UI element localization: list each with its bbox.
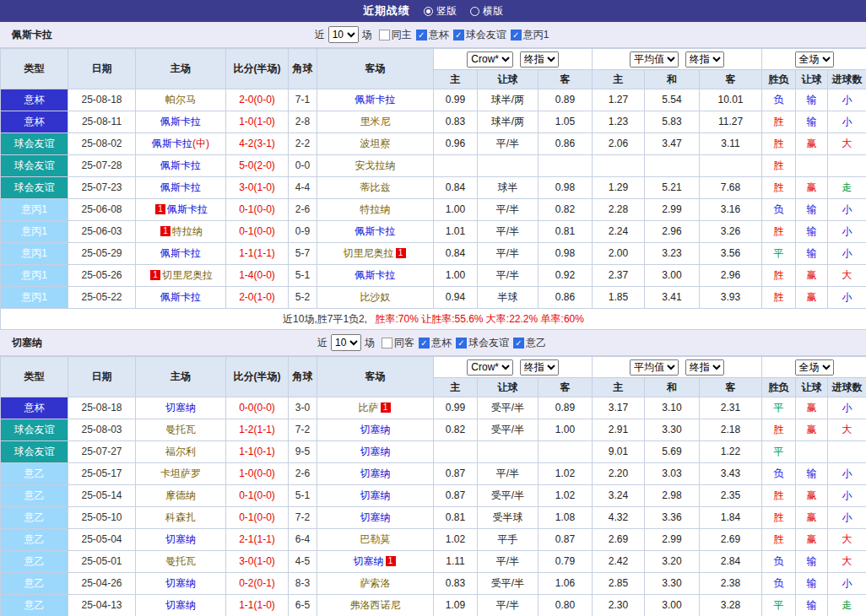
team-name[interactable]: 佩斯卡拉 [160, 159, 201, 171]
team-name[interactable]: 佩斯卡拉 [160, 247, 201, 259]
filter-同客[interactable]: 同客 [382, 336, 414, 350]
team-name[interactable]: 切塞纳 [165, 599, 196, 611]
filter-意乙[interactable]: 意乙 [513, 336, 546, 350]
checkbox-checked-icon[interactable] [453, 30, 464, 41]
checkbox-checked-icon[interactable] [513, 338, 524, 349]
average-odds-select[interactable]: 平均值 [630, 359, 679, 376]
away-team-cell: 特拉纳 [317, 199, 434, 221]
team-name[interactable]: 佩斯卡拉 [160, 291, 201, 303]
team-name[interactable]: 佩斯卡拉 [355, 225, 396, 237]
team-name[interactable]: 佩斯卡拉 [167, 203, 208, 215]
checkbox-unchecked-icon[interactable] [382, 338, 392, 349]
bookmaker-select[interactable]: Crow* [467, 359, 513, 376]
team-name[interactable]: 佩斯卡拉 [152, 138, 192, 149]
team-name[interactable]: 蒂比兹 [360, 181, 391, 193]
handicap-cell: 平/半 [478, 199, 539, 221]
team-name[interactable]: 切塞纳 [360, 446, 391, 457]
team-name[interactable]: 卡坦萨罗 [160, 467, 201, 479]
team-name[interactable]: 比萨 [359, 402, 379, 413]
avg-stage-select[interactable]: 终指 [685, 359, 724, 376]
scope-select[interactable]: 全场 [795, 51, 834, 68]
checkbox-unchecked-icon[interactable] [379, 30, 390, 41]
match-count-select[interactable]: 10 [331, 334, 361, 351]
bookmaker-select[interactable]: Crow* [467, 51, 513, 68]
scope-select[interactable]: 全场 [795, 359, 834, 376]
checkbox-checked-icon[interactable] [456, 338, 467, 349]
team-name[interactable]: 切塞纳 [165, 402, 196, 413]
odds-stage-select[interactable]: 终指 [520, 359, 559, 376]
team-name[interactable]: 切塞纳 [354, 555, 384, 567]
filter-意杯[interactable]: 意杯 [416, 28, 449, 42]
avg-home-cell: 1.29 [593, 177, 645, 199]
section-header: 切塞纳 近 10 场 同客意杯球会友谊意乙 [0, 330, 866, 356]
team-name[interactable]: 曼托瓦 [165, 424, 196, 435]
avg-away-cell: 1.22 [700, 441, 762, 463]
team-name[interactable]: 切塞纳 [360, 511, 391, 523]
match-date-cell: 25-08-18 [68, 397, 136, 419]
avg-draw-cell: 2.98 [645, 485, 700, 507]
col-handicap: 让球 [478, 70, 539, 89]
team-name[interactable]: 曼托瓦 [165, 555, 196, 567]
team-name[interactable]: 福尔利 [165, 446, 196, 457]
avg-away-cell: 2.96 [700, 265, 762, 287]
team-name[interactable]: 佩斯卡拉 [355, 269, 396, 281]
team-name[interactable]: 切塞纳 [165, 577, 196, 589]
avg-stage-select[interactable]: 终指 [685, 51, 724, 68]
team-name[interactable]: 佩斯卡拉 [160, 181, 201, 193]
result-goals-cell: 大 [828, 551, 866, 573]
team-name[interactable]: 帕尔马 [165, 94, 196, 105]
team-name[interactable]: 佩斯卡拉 [160, 116, 201, 127]
match-date-cell: 25-07-23 [68, 177, 136, 199]
match-score-cell: 1-1(0-1) [226, 441, 289, 463]
filter-球会友谊[interactable]: 球会友谊 [453, 28, 506, 42]
match-type-cell: 意乙 [1, 551, 68, 573]
team-name[interactable]: 特拉纳 [360, 203, 391, 215]
team-name[interactable]: 特拉纳 [172, 225, 203, 237]
avg-home-cell: 2.37 [593, 265, 645, 287]
team-name[interactable]: 切塞纳 [360, 489, 391, 501]
checkbox-checked-icon[interactable] [419, 338, 430, 349]
radio-vertical-layout[interactable]: 竖版 [424, 4, 457, 19]
result-goals-cell: 小 [828, 221, 866, 243]
match-type-cell: 球会友谊 [1, 133, 68, 155]
team-name[interactable]: 安戈拉纳 [355, 159, 396, 171]
filter-球会友谊[interactable]: 球会友谊 [456, 336, 509, 350]
home-team-cell: 帕尔马 [136, 89, 226, 111]
filter-label: 同客 [394, 336, 414, 350]
checkbox-checked-icon[interactable] [416, 30, 427, 41]
match-count-select[interactable]: 10 [328, 26, 359, 43]
odds-stage-select[interactable]: 终指 [520, 51, 559, 68]
filter-label: 意丙1 [523, 28, 549, 42]
team-name[interactable]: 里米尼 [360, 116, 391, 127]
filter-意丙1[interactable]: 意丙1 [511, 28, 549, 42]
avg-home-cell: 2.85 [593, 573, 645, 595]
filter-意杯[interactable]: 意杯 [419, 336, 452, 350]
radio-horizontal-layout[interactable]: 横版 [470, 4, 503, 19]
handicap-cell: 受平/半 [478, 419, 539, 441]
checkbox-checked-icon[interactable] [511, 30, 522, 41]
odds-away-cell: 1.08 [539, 507, 593, 529]
team-name[interactable]: 切里尼奥拉 [344, 247, 394, 259]
filter-同主[interactable]: 同主 [379, 28, 412, 42]
result-goals-cell: 小 [828, 507, 866, 529]
team-name[interactable]: 比沙奴 [360, 291, 391, 303]
team-name[interactable]: 摩德纳 [165, 489, 196, 501]
home-team-cell: 福尔利 [136, 441, 226, 463]
team-name[interactable]: 弗洛西诺尼 [350, 599, 401, 611]
result-handicap-cell: 赢 [796, 485, 828, 507]
handicap-cell: 平/半 [478, 463, 539, 485]
average-odds-select[interactable]: 平均值 [630, 51, 679, 68]
team-name[interactable]: 巴勒莫 [360, 533, 391, 545]
team-name[interactable]: 切里尼奥拉 [162, 269, 213, 281]
team-name[interactable]: 切塞纳 [360, 424, 391, 435]
col-home: 主场 [136, 49, 226, 89]
team-name[interactable]: 波坦察 [360, 138, 391, 149]
result-wdl-cell: 负 [762, 573, 796, 595]
team-name[interactable]: 切塞纳 [165, 533, 196, 545]
team-name[interactable]: 佩斯卡拉 [355, 94, 396, 105]
team-name[interactable]: 科森扎 [165, 511, 196, 523]
team-name[interactable]: 切塞纳 [360, 467, 391, 479]
team-name[interactable]: 萨索洛 [360, 577, 391, 589]
handicap-cell: 球半 [478, 177, 539, 199]
odds-home-cell: 1.02 [434, 529, 478, 551]
